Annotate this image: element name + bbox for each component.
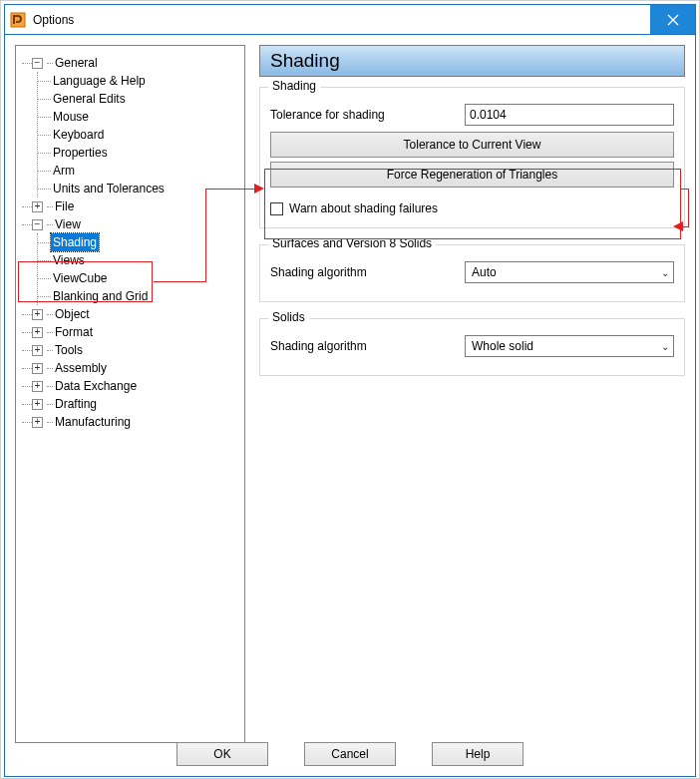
expander-plus-icon[interactable]: + [32,399,43,410]
tree-item-object[interactable]: Object [53,305,92,323]
force-regen-button[interactable]: Force Regeneration of Triangles [270,162,674,188]
expander-plus-icon[interactable]: + [32,327,43,338]
tree-item-file[interactable]: File [53,197,76,215]
tree-item-general[interactable]: General [53,54,100,72]
tree-item-keyboard[interactable]: Keyboard [51,126,106,144]
group-solids: Solids Shading algorithm Whole solid ⌄ [259,318,685,376]
tree-item-view[interactable]: View [53,215,83,233]
expander-plus-icon[interactable]: + [32,417,43,428]
tree-item-blanking-grid[interactable]: Blanking and Grid [51,287,150,305]
tree-item-tools[interactable]: Tools [53,341,85,359]
tolerance-to-view-button[interactable]: Tolerance to Current View [270,132,674,158]
tree-item-shading[interactable]: Shading [51,233,99,251]
tree-item-viewcube[interactable]: ViewCube [51,269,109,287]
tree-item-manufacturing[interactable]: Manufacturing [53,413,133,431]
tree-item-mouse[interactable]: Mouse [51,108,91,126]
tree-item-assembly[interactable]: Assembly [53,359,109,377]
chevron-down-icon: ⌄ [661,267,669,278]
select-value: Whole solid [472,339,533,353]
expander-plus-icon[interactable]: + [32,345,43,356]
tree-item-format[interactable]: Format [53,323,95,341]
expander-plus-icon[interactable]: + [32,363,43,374]
group-legend: Shading [268,79,320,93]
solids-algo-label: Shading algorithm [270,339,465,353]
options-tree[interactable]: − General Language & Help General Edits … [15,45,245,743]
warn-checkbox[interactable] [270,202,283,215]
expander-minus-icon[interactable]: − [32,219,43,230]
tree-item-views[interactable]: Views [51,251,87,269]
tree-item-arm[interactable]: Arm [51,162,77,180]
window-title: Options [33,13,74,27]
group-surfaces: Surfaces and Version 8 Solids Shading al… [259,244,685,302]
tree-item-general-edits[interactable]: General Edits [51,90,128,108]
select-value: Auto [472,265,497,279]
tree-item-properties[interactable]: Properties [51,144,110,162]
warn-label: Warn about shading failures [289,201,438,215]
expander-plus-icon[interactable]: + [32,201,43,212]
surfaces-algo-select[interactable]: Auto ⌄ [465,261,674,283]
chevron-down-icon: ⌄ [661,341,669,352]
tree-item-language-help[interactable]: Language & Help [51,72,148,90]
annotation-arrow [688,189,689,227]
tree-item-drafting[interactable]: Drafting [53,395,99,413]
help-button[interactable]: Help [432,742,524,766]
page-title: Shading [259,45,685,77]
titlebar: Options [5,5,695,35]
cancel-button[interactable]: Cancel [304,742,396,766]
solids-algo-select[interactable]: Whole solid ⌄ [465,335,674,357]
tolerance-input[interactable] [465,104,674,126]
group-shading: Shading Tolerance for shading Tolerance … [259,87,685,228]
close-button[interactable] [650,5,695,34]
tolerance-label: Tolerance for shading [270,108,465,122]
options-dialog: Options − General [4,4,696,777]
expander-plus-icon[interactable]: + [32,381,43,392]
group-legend: Surfaces and Version 8 Solids [268,236,436,250]
app-icon [9,11,27,29]
tree-item-units-tolerances[interactable]: Units and Tolerances [51,180,167,197]
expander-minus-icon[interactable]: − [32,58,43,69]
ok-button[interactable]: OK [176,742,268,766]
group-legend: Solids [268,310,309,324]
dialog-footer: OK Cancel Help [5,742,695,766]
tree-item-data-exchange[interactable]: Data Exchange [53,377,139,395]
expander-plus-icon[interactable]: + [32,309,43,320]
surfaces-algo-label: Shading algorithm [270,265,465,279]
